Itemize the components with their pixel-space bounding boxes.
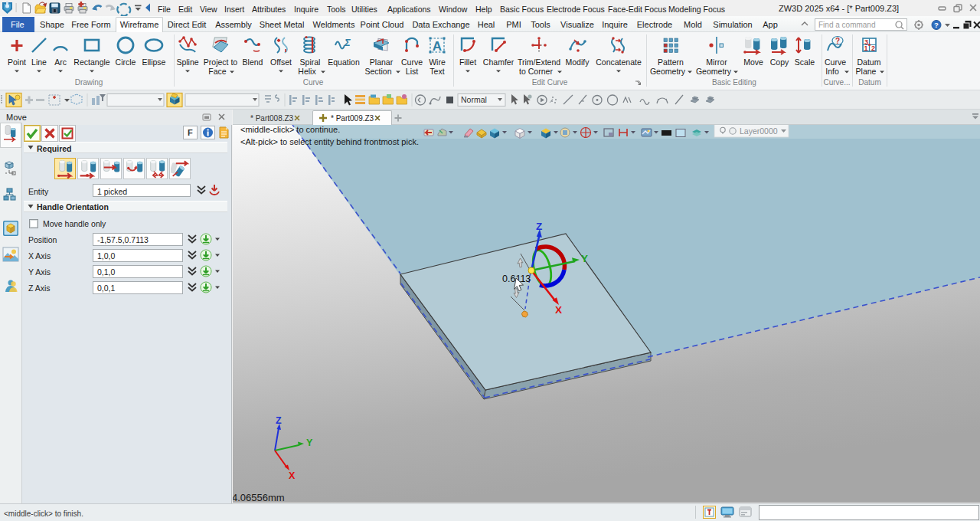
svg-text:Layer0000: Layer0000: [740, 126, 778, 136]
svg-text:Z: Z: [276, 415, 282, 426]
svg-text:A: A: [433, 39, 442, 54]
svg-text:<middle-click> to continue.: <middle-click> to continue.: [240, 125, 340, 134]
svg-text:Z: Z: [536, 221, 542, 232]
svg-text:Σ: Σ: [344, 37, 351, 48]
svg-text:?: ?: [934, 21, 939, 29]
svg-text:Y: Y: [306, 437, 313, 448]
svg-text:Normal: Normal: [461, 95, 487, 104]
svg-text:<Alt-pick> to select entity be: <Alt-pick> to select entity behind front…: [240, 137, 419, 146]
svg-text:X: X: [289, 470, 296, 481]
svg-text:X: X: [555, 304, 562, 316]
svg-text:1: 1: [864, 44, 868, 52]
svg-text:?: ?: [835, 37, 840, 45]
svg-text:Y: Y: [581, 253, 588, 264]
svg-text:2: 2: [871, 44, 875, 52]
svg-text:4.06556mm: 4.06556mm: [233, 492, 285, 503]
